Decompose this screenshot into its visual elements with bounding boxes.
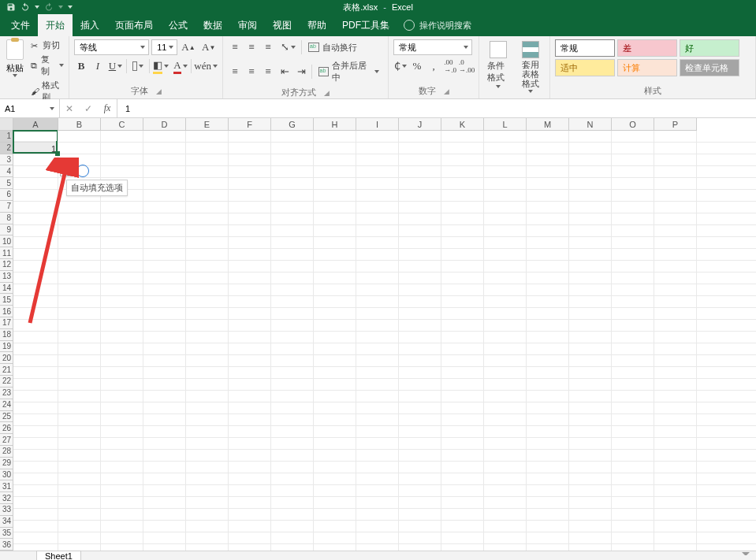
column-header-N[interactable]: N	[569, 118, 612, 131]
underline-button[interactable]: U	[107, 58, 124, 74]
row-header-29[interactable]: 29	[0, 458, 13, 469]
column-header-A[interactable]: A	[13, 118, 58, 131]
select-all-corner[interactable]	[0, 118, 13, 131]
row-header-3[interactable]: 3	[0, 154, 13, 166]
number-launcher-icon[interactable]: ◢	[444, 87, 449, 95]
row-header-18[interactable]: 18	[0, 329, 13, 341]
quick-analysis-button[interactable]	[76, 165, 89, 177]
cancel-icon[interactable]: ✕	[60, 103, 79, 114]
tab-review[interactable]: 审阅	[230, 14, 265, 36]
phonetic-button[interactable]: wén	[194, 58, 218, 74]
column-header-G[interactable]: G	[271, 118, 314, 131]
wrap-text-button[interactable]: 自动换行	[304, 40, 361, 55]
name-box[interactable]: A1	[0, 99, 60, 117]
row-header-6[interactable]: 6	[0, 189, 13, 201]
row-header-22[interactable]: 22	[0, 376, 13, 388]
tab-page-layout[interactable]: 页面布局	[107, 14, 161, 36]
undo-dropdown-icon[interactable]	[35, 6, 39, 9]
align-left-button[interactable]: ≡	[228, 64, 242, 80]
style-cell-1[interactable]: 差	[617, 39, 677, 57]
fill-handle[interactable]	[55, 151, 60, 156]
align-bottom-button[interactable]: ≡	[261, 39, 275, 55]
row-header-25[interactable]: 25	[0, 411, 13, 423]
save-icon[interactable]	[6, 2, 16, 12]
undo-icon[interactable]	[20, 2, 30, 12]
row-header-28[interactable]: 28	[0, 446, 13, 458]
column-header-K[interactable]: K	[441, 118, 484, 131]
tell-me-search[interactable]: 操作说明搜索	[404, 14, 471, 36]
number-format-select[interactable]: 常规	[393, 39, 472, 55]
column-header-C[interactable]: C	[101, 118, 143, 131]
column-header-H[interactable]: H	[314, 118, 356, 131]
font-name-select[interactable]: 等线	[74, 39, 149, 55]
row-header-33[interactable]: 33	[0, 504, 13, 516]
column-header-F[interactable]: F	[229, 118, 271, 131]
italic-button[interactable]: I	[91, 58, 105, 74]
style-cell-0[interactable]: 常规	[555, 39, 615, 57]
decrease-indent-button[interactable]: ⇤	[277, 64, 292, 80]
increase-indent-button[interactable]: ⇥	[294, 64, 308, 80]
scroll-left-icon[interactable]	[742, 552, 750, 558]
paste-dropdown-icon[interactable]	[13, 74, 17, 77]
increase-decimal-button[interactable]: .00→.0	[443, 58, 457, 74]
row-header-27[interactable]: 27	[0, 434, 13, 446]
tab-view[interactable]: 视图	[265, 14, 300, 36]
alignment-launcher-icon[interactable]: ◢	[324, 89, 330, 97]
increase-font-button[interactable]: A▲	[180, 39, 198, 55]
row-header-2[interactable]: 2	[0, 143, 13, 154]
spreadsheet-grid[interactable]: ABCDEFGHIJKLMNOP 12345678910111213141516…	[0, 118, 756, 551]
fx-icon[interactable]: fx	[98, 102, 117, 114]
row-header-26[interactable]: 26	[0, 422, 13, 434]
style-cell-4[interactable]: 计算	[617, 59, 677, 76]
paste-button[interactable]: 粘贴	[5, 39, 26, 77]
accounting-format-button[interactable]: ₵	[393, 58, 408, 74]
column-header-P[interactable]: P	[654, 118, 697, 131]
row-header-35[interactable]: 35	[0, 528, 13, 540]
tab-help[interactable]: 帮助	[300, 14, 334, 36]
row-header-4[interactable]: 4	[0, 165, 13, 177]
row-header-7[interactable]: 7	[0, 201, 13, 213]
row-header-10[interactable]: 10	[0, 235, 13, 247]
column-header-L[interactable]: L	[484, 118, 527, 131]
row-header-11[interactable]: 11	[0, 247, 13, 259]
border-button[interactable]	[129, 58, 147, 74]
font-launcher-icon[interactable]: ◢	[156, 87, 162, 95]
row-header-32[interactable]: 32	[0, 492, 13, 504]
percent-button[interactable]: %	[410, 58, 424, 74]
row-header-19[interactable]: 19	[0, 341, 13, 353]
orientation-button[interactable]: ⤡	[277, 39, 299, 55]
row-header-20[interactable]: 20	[0, 352, 13, 364]
row-header-14[interactable]: 14	[0, 283, 13, 295]
row-header-21[interactable]: 21	[0, 364, 13, 376]
redo-dropdown-icon[interactable]	[58, 6, 63, 9]
conditional-format-button[interactable]: 条件格式	[484, 39, 512, 90]
row-header-1[interactable]: 1	[0, 131, 13, 143]
row-header-12[interactable]: 12	[0, 259, 13, 271]
cut-button[interactable]: ✂剪切	[31, 39, 64, 51]
redo-icon[interactable]	[44, 2, 54, 12]
tab-insert[interactable]: 插入	[73, 14, 107, 36]
row-header-36[interactable]: 36	[0, 539, 13, 551]
bold-button[interactable]: B	[74, 58, 88, 74]
align-middle-button[interactable]: ≡	[244, 39, 259, 55]
align-right-button[interactable]: ≡	[261, 64, 275, 80]
merge-center-button[interactable]: 合并后居中	[315, 58, 384, 85]
row-header-17[interactable]: 17	[0, 317, 13, 329]
tab-file[interactable]: 文件	[3, 14, 38, 36]
decrease-decimal-button[interactable]: .0→.00	[460, 58, 474, 74]
row-header-15[interactable]: 15	[0, 294, 13, 306]
font-size-select[interactable]: 11	[151, 39, 177, 55]
row-header-5[interactable]: 5	[0, 177, 13, 189]
formula-input[interactable]: 1	[117, 99, 756, 117]
tab-home[interactable]: 开始	[38, 14, 73, 36]
column-header-I[interactable]: I	[356, 118, 399, 131]
tab-data[interactable]: 数据	[196, 14, 230, 36]
qat-customize-icon[interactable]	[68, 6, 73, 9]
tab-formulas[interactable]: 公式	[161, 14, 196, 36]
autofill-options-button[interactable]: ▦	[60, 165, 76, 176]
table-format-button[interactable]: 套用 表格格式	[517, 39, 546, 95]
align-top-button[interactable]: ≡	[228, 39, 242, 55]
style-cell-2[interactable]: 好	[680, 39, 739, 57]
enter-icon[interactable]: ✓	[79, 103, 98, 114]
font-color-button[interactable]: A	[173, 58, 189, 74]
